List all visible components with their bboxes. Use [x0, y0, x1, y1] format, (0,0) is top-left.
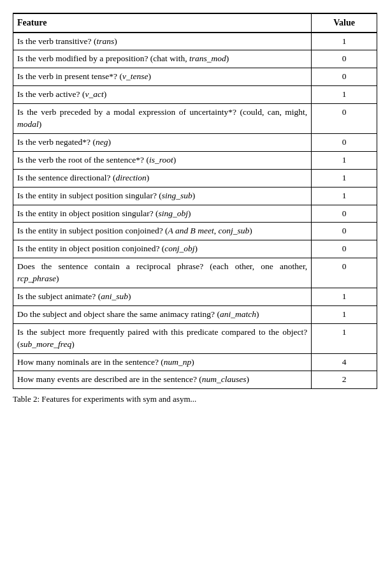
table-row: Is the verb active? (v_act)1 [13, 86, 377, 104]
table-row: Is the verb negated*? (neg)0 [13, 133, 377, 151]
table-row: Is the sentence directional? (direction)… [13, 169, 377, 187]
feature-cell: Does the sentence contain a reciprocal p… [13, 258, 312, 288]
value-cell: 2 [312, 371, 377, 389]
value-cell: 1 [312, 305, 377, 323]
feature-cell: Is the entity in subject position conjoi… [13, 223, 312, 240]
feature-value-table: Feature Value Is the verb transitive? (t… [13, 13, 377, 389]
feature-column-header: Feature [13, 13, 312, 33]
value-cell: 1 [312, 151, 377, 169]
value-cell: 0 [312, 240, 377, 258]
feature-cell: Is the subject animate? (ani_sub) [13, 288, 312, 305]
value-cell: 1 [312, 187, 377, 205]
table-row: Is the entity in object position singula… [13, 205, 377, 223]
table-row: Is the verb in present tense*? (v_tense)… [13, 68, 377, 86]
feature-cell: Is the entity in object position conjoin… [13, 240, 312, 258]
value-cell: 1 [312, 288, 377, 305]
table-row: Is the verb the root of the sentence*? (… [13, 151, 377, 169]
feature-cell: Is the subject more frequently paired wi… [13, 323, 312, 353]
value-cell: 0 [312, 50, 377, 68]
feature-cell: Is the verb active? (v_act) [13, 86, 312, 104]
feature-cell: Is the verb negated*? (neg) [13, 133, 312, 151]
table-row: Is the entity in subject position singul… [13, 187, 377, 205]
feature-cell: Is the verb modified by a preposition? (… [13, 50, 312, 68]
feature-cell: How many events are described are in the… [13, 371, 312, 389]
value-cell: 1 [312, 86, 377, 104]
value-cell: 0 [312, 258, 377, 288]
value-cell: 1 [312, 33, 377, 50]
value-cell: 4 [312, 353, 377, 371]
table-row: Is the verb modified by a preposition? (… [13, 50, 377, 68]
value-cell: 0 [312, 104, 377, 134]
table-row: Is the entity in object position conjoin… [13, 240, 377, 258]
table-row: Is the entity in subject position conjoi… [13, 223, 377, 240]
value-cell: 1 [312, 323, 377, 353]
table-row: Is the subject animate? (ani_sub)1 [13, 288, 377, 305]
table-row: Does the sentence contain a reciprocal p… [13, 258, 377, 288]
feature-cell: Is the verb preceded by a modal expressi… [13, 104, 312, 134]
table-caption: Table 2: Features for experiments with s… [13, 394, 377, 404]
feature-cell: Is the verb the root of the sentence*? (… [13, 151, 312, 169]
value-cell: 0 [312, 133, 377, 151]
table-row: Is the verb preceded by a modal expressi… [13, 104, 377, 134]
table-row: How many events are described are in the… [13, 371, 377, 389]
value-cell: 1 [312, 169, 377, 187]
table-row: Is the verb transitive? (trans)1 [13, 33, 377, 50]
value-column-header: Value [312, 13, 377, 33]
feature-cell: Do the subject and object share the same… [13, 305, 312, 323]
feature-cell: Is the sentence directional? (direction) [13, 169, 312, 187]
value-cell: 0 [312, 68, 377, 86]
feature-cell: Is the entity in subject position singul… [13, 187, 312, 205]
table-row: How many nominals are in the sentence? (… [13, 353, 377, 371]
feature-cell: How many nominals are in the sentence? (… [13, 353, 312, 371]
value-cell: 0 [312, 205, 377, 223]
feature-cell: Is the verb transitive? (trans) [13, 33, 312, 50]
table-row: Is the subject more frequently paired wi… [13, 323, 377, 353]
table-row: Do the subject and object share the same… [13, 305, 377, 323]
feature-cell: Is the verb in present tense*? (v_tense) [13, 68, 312, 86]
value-cell: 0 [312, 223, 377, 240]
feature-cell: Is the entity in object position singula… [13, 205, 312, 223]
